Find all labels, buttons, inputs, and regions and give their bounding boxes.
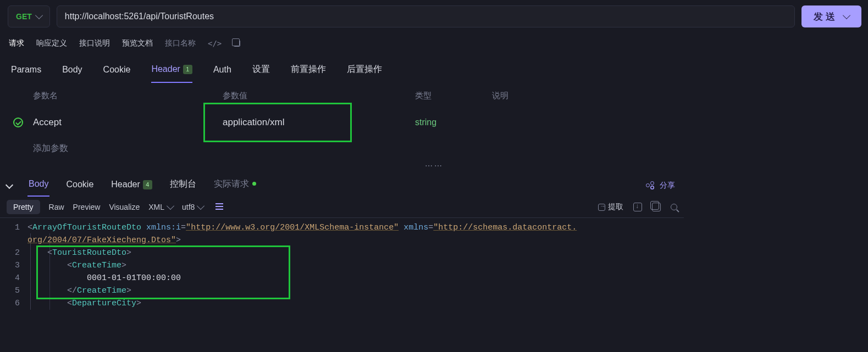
status-dot-icon: [252, 182, 256, 186]
http-method-select[interactable]: GET: [8, 5, 50, 27]
view-preview[interactable]: Preview: [73, 203, 101, 211]
col-header-type: 类型: [415, 91, 492, 101]
format-select[interactable]: XML: [148, 203, 173, 211]
resp-tab-body[interactable]: Body: [27, 175, 49, 197]
header-name-cell[interactable]: Accept: [30, 117, 223, 128]
header-type-cell: string: [415, 118, 436, 127]
view-visualize[interactable]: Visualize: [109, 203, 140, 211]
resp-tab-actual[interactable]: 实际请求: [213, 174, 257, 197]
vertical-resize-handle[interactable]: ⋯⋯: [0, 162, 868, 170]
tab-pre-request[interactable]: 前置操作: [291, 64, 326, 83]
tab-response-def[interactable]: 响应定义: [36, 38, 67, 48]
send-label: 发 送: [814, 10, 835, 23]
tab-cookie[interactable]: Cookie: [103, 65, 131, 82]
col-header-name: 参数名: [30, 91, 223, 101]
doc-sub-tabs: 请求 响应定义 接口说明 预览文档 接口名称 </>: [0, 33, 868, 54]
response-tabs: Body Cookie Header4 控制台 实际请求 分享: [0, 170, 684, 197]
code-content: <ArrayOfTouristRouteDto xmlns:i="http://…: [27, 218, 577, 310]
resp-tab-cookie[interactable]: Cookie: [65, 175, 95, 196]
api-name-placeholder[interactable]: 接口名称: [165, 38, 196, 48]
add-param-row[interactable]: 添加参数: [5, 136, 863, 162]
chevron-down-icon: [843, 12, 850, 19]
view-pretty[interactable]: Pretty: [7, 200, 40, 214]
resp-header-count-badge: 4: [143, 180, 152, 189]
tab-post-request[interactable]: 后置操作: [347, 64, 382, 83]
share-button[interactable]: 分享: [646, 181, 675, 191]
chevron-down-icon: [35, 12, 43, 19]
url-text: http://localhost:5261/api/TouristRoutes: [65, 12, 214, 21]
copy-icon[interactable]: [652, 203, 661, 211]
resp-tab-console[interactable]: 控制台: [169, 174, 197, 197]
chevron-down-icon: [197, 202, 204, 210]
url-input[interactable]: http://localhost:5261/api/TouristRoutes: [57, 5, 795, 27]
share-label: 分享: [660, 181, 675, 191]
encoding-select[interactable]: utf8: [182, 203, 203, 211]
header-value-cell[interactable]: application/xml: [223, 117, 284, 127]
response-toolbar: Pretty Raw Preview Visualize XML utf8 提取: [0, 197, 684, 218]
send-button[interactable]: 发 送: [801, 5, 861, 27]
add-param-label: 添加参数: [30, 143, 223, 154]
download-icon[interactable]: [633, 203, 642, 211]
response-body-code[interactable]: 1 23456 <ArrayOfTouristRouteDto xmlns:i=…: [0, 218, 684, 310]
line-gutter: 1 23456: [0, 218, 27, 310]
collapse-icon[interactable]: [5, 181, 13, 188]
tab-body[interactable]: Body: [62, 65, 82, 82]
wrap-icon[interactable]: [215, 203, 225, 211]
headers-table: 参数名 参数值 类型 说明 Accept application/xml str…: [0, 83, 868, 162]
extract-icon: [598, 204, 605, 211]
tab-params[interactable]: Params: [11, 65, 41, 82]
header-count-badge: 1: [183, 65, 192, 74]
table-row[interactable]: Accept application/xml string: [5, 109, 863, 136]
code-icon[interactable]: </>: [208, 39, 222, 48]
share-icon: [646, 181, 654, 189]
chevron-down-icon: [167, 202, 174, 210]
check-circle-icon[interactable]: [13, 118, 23, 127]
tab-api-desc[interactable]: 接口说明: [79, 38, 110, 48]
col-header-value: 参数值: [223, 91, 415, 101]
copy-icon[interactable]: [234, 40, 240, 47]
request-section-tabs: Params Body Cookie Header1 Auth 设置 前置操作 …: [0, 54, 868, 83]
tab-settings[interactable]: 设置: [252, 64, 270, 83]
view-raw[interactable]: Raw: [49, 203, 64, 211]
grip-dots-icon: ⋯⋯: [425, 161, 444, 170]
resp-tab-header[interactable]: Header4: [110, 175, 153, 196]
tab-request[interactable]: 请求: [9, 38, 24, 48]
col-header-desc: 说明: [492, 91, 863, 101]
tab-preview-doc[interactable]: 预览文档: [122, 38, 153, 48]
search-icon[interactable]: [671, 204, 677, 210]
extract-button[interactable]: 提取: [598, 202, 623, 212]
tab-auth[interactable]: Auth: [213, 65, 231, 82]
http-method-label: GET: [16, 12, 32, 21]
tab-header[interactable]: Header1: [151, 64, 192, 83]
